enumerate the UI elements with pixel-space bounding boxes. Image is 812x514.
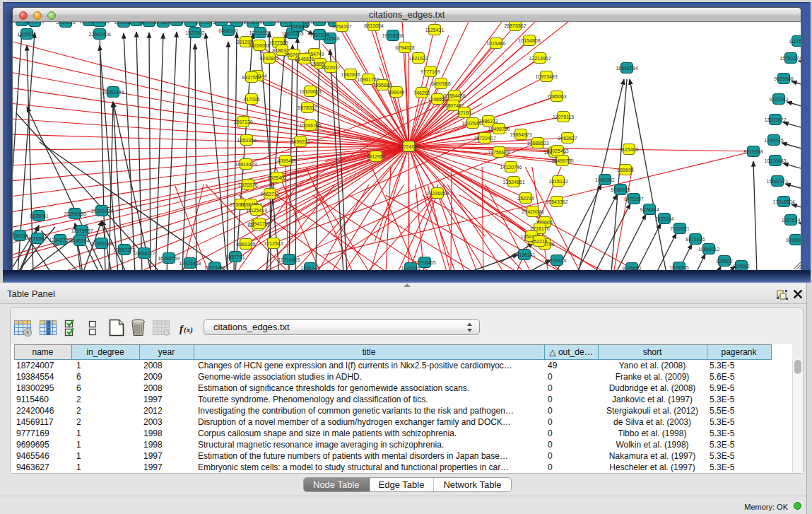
svg-text:1733426: 1733426: [547, 258, 566, 263]
svg-text:746266: 746266: [413, 90, 430, 95]
svg-text:11125419: 11125419: [246, 208, 267, 213]
svg-text:6466160: 6466160: [218, 28, 237, 33]
svg-text:924562: 924562: [733, 264, 749, 269]
svg-text:8427552: 8427552: [242, 75, 261, 80]
svg-text:10154808: 10154808: [518, 38, 540, 43]
svg-text:7625402: 7625402: [267, 175, 286, 180]
svg-text:1024505: 1024505: [669, 265, 688, 270]
svg-text:19756928: 19756928: [488, 150, 510, 155]
svg-text:12923468: 12923468: [179, 261, 201, 266]
svg-text:15716465: 15716465: [278, 257, 300, 262]
svg-text:19218506: 19218506: [382, 33, 404, 38]
svg-text:3267130: 3267130: [233, 119, 252, 124]
svg-text:16033809: 16033809: [286, 24, 308, 29]
svg-text:1920576: 1920576: [238, 182, 257, 187]
svg-text:10958117: 10958117: [134, 251, 155, 256]
svg-text:23691406: 23691406: [88, 32, 110, 37]
svg-text:6497568: 6497568: [431, 81, 450, 86]
svg-text:7632621: 7632621: [670, 226, 689, 231]
svg-text:1527602: 1527602: [185, 30, 204, 35]
svg-text:19654923: 19654923: [510, 132, 531, 137]
svg-text:1015480: 1015480: [486, 41, 505, 46]
svg-text:62160: 62160: [457, 110, 471, 115]
svg-text:19100663: 19100663: [299, 89, 321, 94]
svg-text:8471626: 8471626: [686, 237, 705, 242]
svg-text:12033822: 12033822: [764, 117, 786, 122]
svg-text:12342737: 12342737: [49, 238, 71, 243]
svg-text:9245012: 9245012: [786, 238, 801, 243]
svg-text:1362635: 1362635: [341, 72, 360, 77]
svg-text:2254197: 2254197: [332, 24, 351, 29]
svg-text:18724007: 18724007: [398, 144, 420, 149]
svg-text:5614226: 5614226: [56, 22, 75, 25]
svg-text:1145194: 1145194: [71, 238, 90, 243]
svg-text:15495750: 15495750: [488, 127, 510, 132]
svg-text:15720407: 15720407: [473, 136, 495, 141]
svg-text:3912954: 3912954: [366, 154, 385, 159]
svg-text:989695: 989695: [617, 168, 633, 173]
svg-text:2718176: 2718176: [530, 226, 549, 231]
svg-text:10543362: 10543362: [546, 199, 567, 204]
svg-text:26876862: 26876862: [504, 23, 526, 28]
svg-text:9777169: 9777169: [420, 69, 440, 74]
svg-text:10654112: 10654112: [698, 247, 720, 252]
svg-text:10025433: 10025433: [546, 148, 568, 153]
svg-text:12505135: 12505135: [90, 241, 112, 246]
svg-text:9474444: 9474444: [640, 207, 659, 212]
svg-text:1615132: 1615132: [548, 179, 567, 184]
svg-text:396159: 396159: [13, 233, 28, 238]
svg-text:16914479: 16914479: [235, 162, 257, 167]
svg-text:23226058: 23226058: [248, 43, 270, 48]
svg-text:15716465: 15716465: [413, 260, 435, 265]
svg-text:7486372: 7486372: [478, 119, 498, 124]
svg-text:8813054: 8813054: [364, 23, 383, 28]
svg-text:20364436: 20364436: [443, 93, 465, 98]
svg-text:1421022: 1421022: [408, 56, 428, 61]
svg-text:8861305: 8861305: [236, 242, 255, 247]
svg-text:12975115: 12975115: [553, 115, 575, 119]
svg-text:1835061: 1835061: [29, 214, 48, 218]
svg-text:252214: 252214: [531, 239, 547, 244]
svg-text:9327505: 9327505: [269, 40, 288, 45]
svg-text:15751074: 15751074: [779, 56, 801, 61]
svg-text:14120746: 14120746: [500, 165, 522, 170]
svg-text:16782759: 16782759: [158, 256, 180, 261]
svg-text:1244415: 1244415: [764, 138, 783, 143]
svg-text:6479197: 6479197: [624, 197, 643, 201]
svg-text:252214: 252214: [517, 196, 534, 201]
svg-text:(x): (x): [184, 325, 193, 334]
svg-text:8322037: 8322037: [321, 65, 340, 70]
svg-text:10973493: 10973493: [535, 74, 557, 79]
svg-text:15692971: 15692971: [766, 179, 788, 184]
svg-text:6794028: 6794028: [395, 45, 414, 50]
svg-text:10688603: 10688603: [526, 141, 548, 146]
svg-text:5878332: 5878332: [298, 105, 317, 110]
svg-text:12213967: 12213967: [529, 56, 551, 61]
svg-text:9463712: 9463712: [260, 192, 279, 197]
svg-text:9115460: 9115460: [620, 147, 639, 152]
svg-text:9227342: 9227342: [769, 97, 788, 102]
svg-text:10210643: 10210643: [764, 158, 786, 163]
svg-text:9857791: 9857791: [225, 255, 245, 259]
svg-text:1405571: 1405571: [17, 32, 36, 37]
svg-text:11923468: 11923468: [204, 265, 226, 270]
svg-text:10975887: 10975887: [71, 228, 93, 233]
svg-text:17016504: 17016504: [772, 199, 794, 204]
svg-text:9529966: 9529966: [774, 76, 793, 81]
svg-text:1167534: 1167534: [782, 218, 801, 223]
svg-text:1125431: 1125431: [425, 28, 445, 33]
svg-text:1117532: 1117532: [789, 39, 801, 44]
svg-text:16941758: 16941758: [248, 221, 270, 226]
svg-text:17359924: 17359924: [90, 209, 112, 214]
svg-text:9242845: 9242845: [259, 56, 278, 61]
svg-text:10719155: 10719155: [249, 30, 271, 35]
svg-text:7955812: 7955812: [372, 83, 392, 88]
svg-text:10046785: 10046785: [299, 123, 321, 128]
svg-text:15495750: 15495750: [551, 158, 573, 163]
svg-text:899044: 899044: [388, 90, 404, 95]
svg-text:23226058: 23226058: [426, 191, 448, 196]
svg-text:1353359: 1353359: [237, 138, 256, 143]
svg-text:2935114: 2935114: [655, 216, 674, 221]
svg-text:9146821: 9146821: [295, 57, 314, 62]
svg-text:1115682: 1115682: [28, 236, 47, 241]
